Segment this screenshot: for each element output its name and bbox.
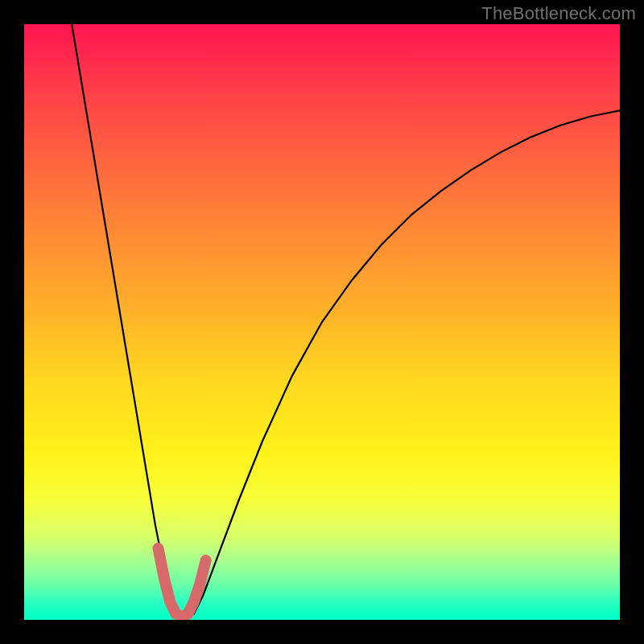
plot-area [24,24,620,620]
chart-frame: TheBottleneck.com [0,0,644,644]
main-curve [72,24,620,620]
watermark-text: TheBottleneck.com [481,3,636,24]
highlight-segment [159,548,206,617]
curve-svg [24,24,620,620]
